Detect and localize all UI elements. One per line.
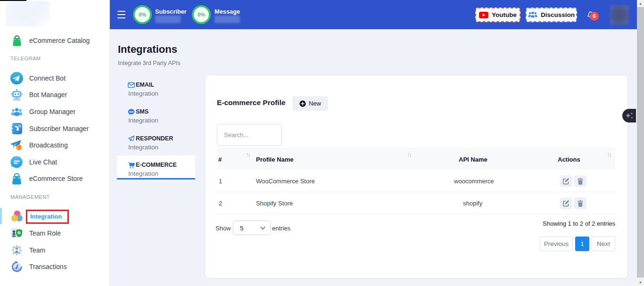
svg-text:SMS: SMS: [129, 111, 134, 113]
